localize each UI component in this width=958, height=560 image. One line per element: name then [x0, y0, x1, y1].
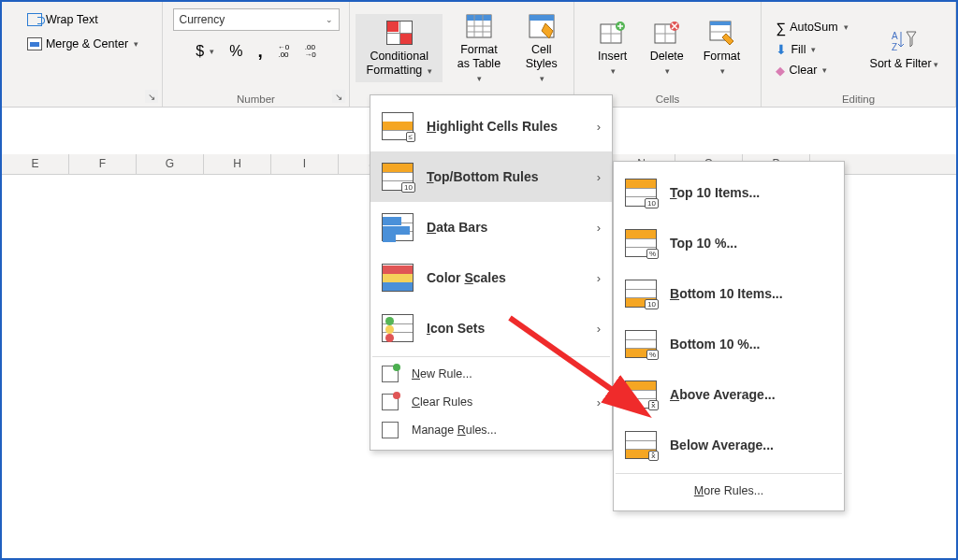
delete-cells-icon: [653, 19, 681, 47]
clear-button[interactable]: ◆ Clear ▾: [770, 61, 853, 80]
format-as-table-label: Format as Table: [457, 43, 501, 70]
cells-group: Insert▾ Delete▾ Format▾ Cells: [574, 2, 762, 107]
chevron-down-icon: ▾: [720, 66, 725, 76]
menu-item-icon: ≤: [382, 112, 414, 140]
menu-item-icon: [382, 394, 399, 410]
increase-decimal-button[interactable]: ←0.00: [272, 41, 295, 62]
menu-item-label: Top/Bottom Rules: [427, 169, 539, 184]
submenu-item-label: Top 10 Items...: [670, 185, 760, 200]
menu-item-label: Clear Rules: [412, 395, 472, 409]
menu-item-label: Highlight Cells Rules: [427, 119, 558, 134]
format-button[interactable]: Format▾: [695, 14, 749, 82]
merge-center-button[interactable]: Merge & Center ▾: [22, 35, 144, 53]
chevron-down-icon: ⌄: [326, 15, 333, 24]
chevron-down-icon: ▾: [822, 65, 827, 75]
menu-item-label: Data Bars: [427, 220, 487, 235]
sort-filter-icon: AZ: [890, 26, 918, 54]
cell-styles-icon: [528, 12, 556, 40]
delete-button[interactable]: Delete▾: [641, 14, 693, 82]
number-group-label: Number: [168, 93, 343, 105]
chevron-right-icon: ›: [597, 322, 601, 336]
conditional-formatting-icon: [385, 19, 414, 47]
svg-rect-1: [467, 15, 491, 21]
format-as-table-icon: [465, 12, 493, 40]
number-group: Currency ⌄ $▾ % , ←0.00 .00→0 Number ↘: [163, 2, 350, 107]
chevron-down-icon: ▾: [665, 66, 670, 76]
menu-item-new-rule-[interactable]: New Rule...: [370, 360, 612, 388]
submenu-item-label: Top 10 %...: [670, 236, 737, 251]
menu-item-icon: [382, 422, 399, 438]
insert-label: Insert: [598, 50, 627, 63]
autosum-label: AutoSum: [790, 21, 837, 34]
menu-item-clear-rules[interactable]: Clear Rules›: [370, 388, 612, 416]
number-format-selected: Currency: [180, 13, 225, 26]
number-dialog-launcher[interactable]: ↘: [332, 90, 345, 103]
menu-item-icon-sets[interactable]: Icon Sets›: [370, 303, 612, 353]
column-header[interactable]: E: [2, 154, 69, 174]
column-header[interactable]: F: [69, 154, 137, 174]
percent-format-button[interactable]: %: [224, 40, 248, 63]
submenu-item-icon: %: [625, 229, 657, 257]
menu-item-manage-rules-[interactable]: Manage Rules...: [370, 416, 612, 444]
submenu-item-icon: 10: [625, 179, 657, 207]
wrap-text-label: Wrap Text: [46, 13, 98, 26]
submenu-more-rules[interactable]: More Rules...: [614, 477, 844, 505]
chevron-down-icon: ▾: [428, 66, 432, 76]
chevron-right-icon: ›: [597, 170, 601, 184]
ribbon: Wrap Text Merge & Center ▾ ↘ Currency ⌄ …: [2, 2, 956, 108]
sort-filter-button[interactable]: AZ Sort & Filter▾: [862, 22, 947, 76]
svg-text:A: A: [892, 31, 898, 41]
submenu-item-below-average-[interactable]: x̄Below Average...: [614, 420, 844, 470]
submenu-item-label: Bottom 10 %...: [670, 337, 760, 352]
wrap-text-icon: [27, 13, 42, 26]
menu-item-label: New Rule...: [412, 367, 472, 381]
accounting-format-button[interactable]: $▾: [190, 40, 220, 63]
chevron-right-icon: ›: [597, 271, 601, 285]
menu-item-color-scales[interactable]: Color Scales›: [370, 252, 612, 303]
chevron-right-icon: ›: [597, 395, 601, 409]
menu-item-top-bottom-rules[interactable]: 10Top/Bottom Rules›: [370, 151, 612, 202]
menu-item-icon: [382, 264, 414, 292]
decrease-decimal-button[interactable]: .00→0: [298, 41, 321, 62]
comma-format-button[interactable]: ,: [252, 38, 268, 65]
wrap-text-button[interactable]: Wrap Text: [22, 10, 104, 29]
submenu-item-icon: 10: [625, 280, 657, 308]
clear-label: Clear: [789, 64, 817, 77]
submenu-more-label: More Rules...: [694, 484, 763, 497]
menu-item-icon: [382, 366, 399, 382]
menu-item-label: Manage Rules...: [412, 424, 497, 437]
cell-styles-label: Cell Styles: [526, 43, 558, 70]
submenu-item-label: Below Average...: [670, 438, 774, 452]
submenu-item-icon: %: [625, 330, 657, 358]
menu-item-highlight-cells-rules[interactable]: ≤Highlight Cells Rules›: [370, 101, 612, 151]
chevron-down-icon: ▾: [477, 74, 482, 83]
format-as-table-button[interactable]: Format as Table ▾: [444, 7, 513, 90]
column-header[interactable]: I: [271, 154, 339, 174]
submenu-item-top-[interactable]: %Top 10 %...: [614, 218, 844, 268]
column-header[interactable]: G: [137, 154, 204, 174]
number-format-dropdown[interactable]: Currency ⌄: [173, 8, 340, 31]
submenu-item-above-average-[interactable]: x̄Above Average...: [614, 369, 844, 420]
chevron-down-icon: ▾: [811, 45, 816, 54]
svg-text:Z: Z: [892, 42, 897, 52]
editing-group-label: Editing: [767, 93, 950, 105]
submenu-item-top-items-[interactable]: 10Top 10 Items...: [614, 167, 844, 218]
chevron-right-icon: ›: [597, 221, 601, 235]
alignment-dialog-launcher[interactable]: ↘: [145, 90, 158, 103]
submenu-item-bottom-items-[interactable]: 10Bottom 10 Items...: [614, 268, 844, 319]
percent-sign: %: [229, 43, 242, 60]
submenu-item-bottom-[interactable]: %Bottom 10 %...: [614, 319, 844, 369]
menu-item-icon: [382, 314, 414, 342]
column-header[interactable]: H: [204, 154, 271, 174]
top-bottom-rules-submenu: 10Top 10 Items...%Top 10 %...10Bottom 10…: [613, 161, 845, 511]
autosum-button[interactable]: ∑ AutoSum ▾: [770, 17, 853, 38]
conditional-formatting-button[interactable]: Conditional Formatting ▾: [356, 14, 443, 82]
menu-item-data-bars[interactable]: Data Bars›: [370, 202, 612, 252]
chevron-down-icon: ▾: [611, 66, 616, 76]
editing-group: ∑ AutoSum ▾ ⬇ Fill ▾ ◆ Clear ▾ AZ: [762, 2, 956, 107]
cell-styles-button[interactable]: Cell Styles ▾: [515, 7, 568, 90]
alignment-group-label: [7, 93, 156, 105]
insert-button[interactable]: Insert▾: [587, 14, 639, 82]
fill-button[interactable]: ⬇ Fill ▾: [770, 39, 853, 60]
chevron-down-icon: ▾: [210, 47, 214, 56]
